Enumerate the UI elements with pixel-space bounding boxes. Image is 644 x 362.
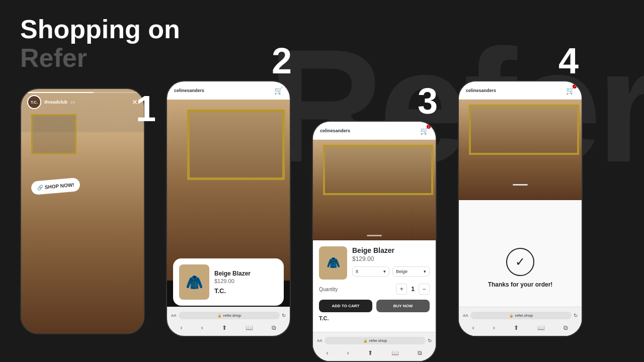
back-icon[interactable]: ‹ xyxy=(181,324,183,331)
forward-icon-4[interactable]: › xyxy=(493,324,495,331)
story-time: 1h xyxy=(70,100,75,105)
bookmarks-icon[interactable]: 📖 xyxy=(246,324,253,331)
story-progress-fill xyxy=(27,92,94,93)
story-progress xyxy=(27,92,138,93)
cart-icon-badge-4[interactable]: 🛒✓ xyxy=(566,86,575,95)
phone-4-header: celinesanders 🛒✓ xyxy=(459,81,582,100)
person-image xyxy=(21,132,144,333)
lock-icon: 🔒 xyxy=(217,314,222,318)
phone-1: T.C. threadclub 1h ✕ 🔗 SHOP NOW! xyxy=(20,88,145,334)
color-value: Beige xyxy=(396,269,408,274)
story-username: threadclub xyxy=(44,100,67,105)
browser-bar-3: AA 🔒 refer.shop ↻ ‹ › ⬆ 📖 ⧉ xyxy=(313,332,436,361)
share-icon[interactable]: ⬆ xyxy=(222,324,227,331)
browser-url-row-4: AA 🔒 refer.shop ↻ xyxy=(463,312,578,319)
product-info: Beige Blazer $129.00 T.C. xyxy=(214,270,278,295)
bookmarks-icon-3[interactable]: 📖 xyxy=(391,349,399,356)
drag-handle xyxy=(367,235,382,236)
browser-url[interactable]: 🔒 refer.shop xyxy=(179,312,280,319)
back-icon-4[interactable]: ‹ xyxy=(472,324,474,331)
mirror-in-image-4 xyxy=(469,105,579,155)
order-confirm-text: Thanks for your order! xyxy=(488,281,553,288)
cart-badge: 1 xyxy=(427,125,431,129)
add-to-cart-button[interactable]: ADD TO CART xyxy=(319,300,372,312)
browser-aa-3: AA xyxy=(317,338,323,343)
sheet-handle xyxy=(513,184,528,186)
color-select[interactable]: Beige ▾ xyxy=(392,266,430,277)
cart-icon-badge[interactable]: 🛒1 xyxy=(420,127,429,135)
share-icon-3[interactable]: ⬆ xyxy=(368,349,373,356)
phone-3-username: celinesanders xyxy=(320,128,350,133)
lock-icon-4: 🔒 xyxy=(509,314,514,318)
header-line1: Shopping on xyxy=(20,15,180,44)
quantity-plus-button[interactable]: + xyxy=(396,284,407,295)
step-4-number: 4 xyxy=(558,40,579,81)
size-value: 8 xyxy=(356,269,358,274)
tabs-icon-3[interactable]: ⧉ xyxy=(418,349,422,356)
product-price: $129.00 xyxy=(214,278,278,284)
reload-icon-3[interactable]: ↻ xyxy=(428,338,432,343)
story-header: T.C. threadclub 1h ✕ xyxy=(27,95,138,109)
browser-nav-3: ‹ › ⬆ 📖 ⧉ xyxy=(317,349,432,356)
forward-icon-3[interactable]: › xyxy=(347,349,349,356)
story-user-info: threadclub 1h xyxy=(44,100,132,105)
action-buttons: ADD TO CART BUY NOW xyxy=(319,300,430,312)
phone-2: celinesanders 🛒 🧥 Beige Blazer $129.00 xyxy=(166,80,291,337)
phone-3-header: celinesanders 🛒1 xyxy=(313,122,436,140)
phone-4-screen: celinesanders 🛒✓ ✓ Thanks for your order… xyxy=(459,81,582,336)
phone-2-username: celinesanders xyxy=(174,88,204,93)
phone-4-username: celinesanders xyxy=(466,88,496,93)
browser-nav: ‹ › ⬆ 📖 ⧉ xyxy=(171,324,286,331)
browser-aa-4: AA xyxy=(463,313,468,318)
forward-icon[interactable]: › xyxy=(201,324,203,331)
quantity-minus-button[interactable]: − xyxy=(419,284,430,295)
browser-url-3[interactable]: 🔒 refer.shop xyxy=(325,337,426,344)
browser-url-4[interactable]: 🔒 refer.shop xyxy=(470,312,572,319)
browser-nav-4: ‹ › ⬆ 📖 ⧉ xyxy=(463,324,578,331)
brand-badge-3: T.C. xyxy=(319,315,430,321)
tabs-icon-4[interactable]: ⧉ xyxy=(564,324,568,331)
browser-url-row-3: AA 🔒 refer.shop ↻ xyxy=(317,337,432,344)
blazer-icon: 🧥 xyxy=(186,274,203,291)
cart-badge-4: ✓ xyxy=(573,84,577,88)
browser-aa: AA xyxy=(171,313,177,318)
size-chevron: ▾ xyxy=(383,269,386,274)
mirror-in-image xyxy=(323,145,433,195)
tabs-icon[interactable]: ⧉ xyxy=(272,324,276,331)
product-thumbnail: 🧥 xyxy=(179,264,209,300)
reload-icon-4[interactable]: ↻ xyxy=(574,313,578,318)
lock-icon-3: 🔒 xyxy=(363,339,368,343)
browser-url-row: AA 🔒 refer.shop ↻ xyxy=(171,312,286,319)
url-text: refer.shop xyxy=(223,313,242,318)
shop-now-text: 🔗 SHOP NOW! xyxy=(37,182,74,191)
mirror-frame xyxy=(187,110,285,180)
product-card-inner: 🧥 Beige Blazer $129.00 T.C. xyxy=(179,264,278,300)
reload-icon[interactable]: ↻ xyxy=(282,313,286,318)
product-detail-price: $129.00 xyxy=(352,255,430,262)
url-text-4: refer.shop xyxy=(515,313,533,318)
bookmarks-icon-4[interactable]: 📖 xyxy=(537,324,545,331)
back-icon-3[interactable]: ‹ xyxy=(327,349,329,356)
product-card: 🧥 Beige Blazer $129.00 T.C. xyxy=(173,258,284,306)
phone-2-header: celinesanders 🛒 xyxy=(167,81,290,100)
step-1-number: 1 xyxy=(136,88,156,129)
size-select[interactable]: 8 ▾ xyxy=(352,266,389,277)
buy-now-button[interactable]: BUY NOW xyxy=(376,300,430,312)
cart-icon[interactable]: 🛒 xyxy=(274,86,283,95)
url-text-3: refer.shop xyxy=(369,338,387,343)
check-circle-icon: ✓ xyxy=(506,248,534,276)
mirror-decoration xyxy=(31,114,76,154)
browser-bar-2: AA 🔒 refer.shop ↻ ‹ › ⬆ 📖 ⧉ xyxy=(167,307,290,336)
product-detail-thumb: 🧥 xyxy=(319,246,347,280)
phone-1-bg: T.C. threadclub 1h ✕ 🔗 SHOP NOW! xyxy=(21,89,144,333)
phone-2-screen: celinesanders 🛒 🧥 Beige Blazer $129.00 xyxy=(167,81,290,336)
color-chevron: ▾ xyxy=(424,269,426,274)
phone-3-image xyxy=(313,140,436,240)
product-name: Beige Blazer xyxy=(214,270,278,277)
quantity-row: Quantity + 1 − xyxy=(319,284,430,295)
phone-2-image xyxy=(167,100,290,281)
product-brand: T.C. xyxy=(214,287,278,295)
phone-3-screen: celinesanders 🛒1 🧥 Beige Blazer $129.00 … xyxy=(313,122,436,361)
share-icon-4[interactable]: ⬆ xyxy=(514,324,519,331)
product-detail-info: Beige Blazer $129.00 8 ▾ Beige ▾ xyxy=(352,246,430,277)
